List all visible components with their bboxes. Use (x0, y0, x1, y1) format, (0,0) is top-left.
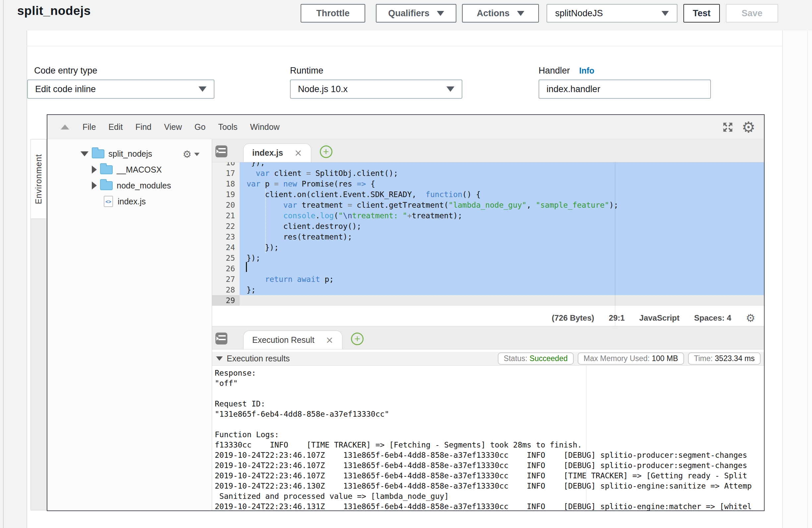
throttle-button[interactable]: Throttle (301, 4, 365, 23)
code-line-16[interactable]: 16 }); (212, 162, 764, 168)
status-badge: Status: Succeeded (498, 352, 574, 365)
js-file-icon: <> (104, 196, 113, 207)
line-number[interactable]: 21 (212, 210, 240, 221)
handler-label: HandlerInfo (539, 65, 594, 76)
selected-test-event: splitNodeJS (555, 8, 603, 18)
language-mode[interactable]: JavaScript (639, 313, 679, 323)
code-text: }; (240, 284, 764, 295)
menu-find[interactable]: Find (135, 122, 151, 132)
line-number[interactable]: 24 (212, 242, 240, 253)
test-button[interactable]: Test (683, 4, 720, 23)
line-number[interactable]: 23 (212, 232, 240, 242)
tree-item-node-modules[interactable]: node_modules (47, 178, 212, 193)
runtime-value: Node.js 10.x (298, 84, 348, 94)
tab-index-js[interactable]: index.js × (243, 144, 311, 162)
print-margin (615, 162, 615, 326)
window-edge-line (3, 0, 4, 528)
menu-tools[interactable]: Tools (218, 122, 237, 132)
code-entry-type-select[interactable]: Edit code inline (27, 79, 215, 99)
save-button[interactable]: Save (726, 4, 778, 23)
line-number[interactable]: 28 (212, 284, 240, 295)
code-area[interactable]: 16 });17 var client = SplitObj.client();… (212, 162, 764, 310)
line-number[interactable]: 18 (212, 178, 240, 189)
tab-label: index.js (252, 148, 283, 158)
line-number[interactable]: 17 (212, 168, 240, 178)
code-line-21[interactable]: 21 console.log("\ntreatment: "+treatment… (212, 210, 764, 221)
runtime-select[interactable]: Node.js 10.x (290, 79, 462, 99)
code-text: }); (240, 253, 764, 263)
handler-input[interactable]: index.handler (539, 79, 711, 99)
code-line-18[interactable]: 18var p = new Promise(res => { (212, 178, 764, 189)
new-tab-button[interactable]: + (320, 145, 332, 158)
code-editor-frame: FileEditFindViewGoToolsWindow ⚙ (47, 114, 765, 511)
execution-log-area[interactable]: Response: "off" Request ID: "131e865f-6e… (212, 366, 764, 511)
caret-down-icon[interactable] (81, 151, 88, 156)
code-line-23[interactable]: 23 res(treatment); (212, 232, 764, 242)
execution-results-title: Execution results (227, 354, 290, 363)
code-line-22[interactable]: 22 client.destroy(); (212, 221, 764, 232)
indentation-setting[interactable]: Spaces: 4 (694, 313, 731, 323)
status-settings-gear-icon[interactable]: ⚙ (746, 312, 755, 324)
code-text: var treatment = client.getTreatment("lam… (240, 200, 764, 210)
line-number[interactable]: 16 (212, 162, 240, 168)
print-margin (586, 366, 586, 511)
indent-guide (265, 189, 266, 253)
fullscreen-icon[interactable] (722, 121, 734, 133)
result-badges: Status: SucceededMax Memory Used: 100 MB… (498, 352, 760, 365)
code-line-25[interactable]: 25}); (212, 253, 764, 263)
code-entry-type-label: Code entry type (34, 65, 98, 76)
status-badge: Max Memory Used: 100 MB (578, 352, 684, 365)
line-number[interactable]: 19 (212, 189, 240, 200)
close-icon[interactable]: × (294, 147, 302, 158)
execution-results-header: Execution results Status: SucceededMax M… (212, 352, 764, 366)
code-line-19[interactable]: 19 client.on(client.Event.SDK_READY, fun… (212, 189, 764, 200)
menu-file[interactable]: File (83, 122, 96, 132)
code-line-24[interactable]: 24 }); (212, 242, 764, 253)
line-number[interactable]: 26 (212, 263, 240, 274)
tree-settings-gear-icon[interactable]: ⚙ (183, 148, 200, 160)
menu-edit[interactable]: Edit (108, 122, 122, 132)
qualifiers-button[interactable]: Qualifiers (376, 4, 456, 23)
code-line-27[interactable]: 27 return await p; (212, 274, 764, 284)
code-line-29[interactable]: 29 (212, 295, 764, 306)
code-line-20[interactable]: 20 var treatment = client.getTreatment("… (212, 200, 764, 210)
scrollbar-track[interactable] (807, 0, 808, 528)
sidebar-tab-environment[interactable]: Environment (31, 140, 46, 219)
line-number[interactable]: 22 (212, 221, 240, 232)
editor-menus: FileEditFindViewGoToolsWindow (83, 122, 279, 132)
code-text: client.destroy(); (240, 221, 764, 232)
tab-list-icon[interactable] (215, 145, 227, 157)
tree-item-index-js[interactable]: <>index.js (47, 193, 212, 209)
menu-window[interactable]: Window (250, 122, 280, 132)
caret-right-icon[interactable] (92, 181, 97, 189)
folder-icon (92, 149, 104, 158)
environment-tab-label: Environment (34, 154, 43, 204)
code-text: var p = new Promise(res => { (240, 178, 764, 189)
chevron-down-icon (517, 11, 524, 16)
actions-button[interactable]: Actions (462, 4, 539, 23)
collapse-menu-icon[interactable] (61, 124, 69, 130)
code-line-26[interactable]: 26 (212, 263, 764, 274)
new-tab-button[interactable]: + (351, 333, 364, 345)
close-icon[interactable]: × (326, 335, 333, 346)
test-event-select[interactable]: splitNodeJS (547, 4, 678, 23)
line-number[interactable]: 27 (212, 274, 240, 284)
line-number[interactable]: 20 (212, 200, 240, 210)
execution-results-toggle[interactable]: Execution results (216, 354, 290, 363)
line-number[interactable]: 29 (212, 295, 240, 306)
code-line-28[interactable]: 28}; (212, 284, 764, 295)
line-number[interactable]: 25 (212, 253, 240, 263)
tree-item-split-nodejs[interactable]: split_nodejs⚙ (47, 146, 212, 162)
tree-item--macosx[interactable]: __MACOSX (47, 162, 212, 178)
menu-go[interactable]: Go (194, 122, 205, 132)
caret-right-icon[interactable] (92, 166, 97, 174)
editor-settings-gear-icon[interactable]: ⚙ (742, 118, 755, 136)
tab-list-icon[interactable] (215, 333, 227, 344)
handler-info-link[interactable]: Info (579, 66, 595, 75)
menu-view[interactable]: View (164, 122, 182, 132)
editor-status-bar: (726 Bytes) 29:1 JavaScript Spaces: 4 ⚙ (212, 310, 764, 326)
code-line-17[interactable]: 17 var client = SplitObj.client(); (212, 168, 764, 178)
tab-execution-result[interactable]: Execution Result × (243, 331, 342, 349)
sidebar-tab-strip: Environment (30, 139, 47, 511)
cursor-position[interactable]: 29:1 (609, 313, 625, 323)
